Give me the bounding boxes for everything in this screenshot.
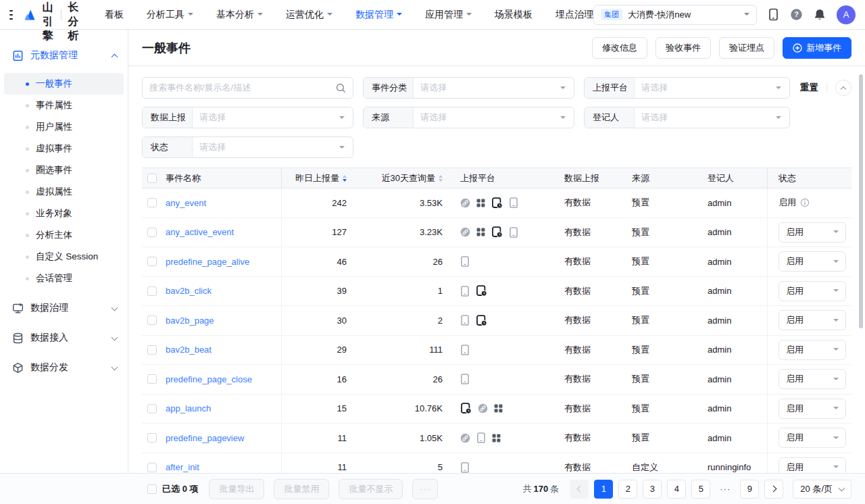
search-input[interactable]: 搜索事件名称/展示名/描述 — [142, 77, 353, 99]
col-status: 状态 — [767, 168, 851, 188]
miniapp-icon — [494, 404, 503, 413]
select-all-checkbox[interactable] — [147, 174, 157, 183]
nav-item-运营优化[interactable]: 运营优化 — [286, 9, 332, 21]
page-button-2[interactable]: 2 — [618, 480, 637, 499]
mobile-icon[interactable] — [768, 8, 779, 21]
filter-report-platform[interactable]: 上报平台 请选择 — [584, 77, 790, 99]
event-name-link[interactable]: predefine_page_alive — [166, 257, 249, 267]
sidebar-section-数据治理[interactable]: 数据治理 — [0, 295, 128, 322]
event-name-link[interactable]: predefine_pageview — [166, 433, 244, 443]
nav-item-埋点治理[interactable]: 埋点治理 — [555, 9, 593, 21]
more-actions-button[interactable]: ··· — [412, 479, 438, 499]
sidebar-item-会话管理[interactable]: 会话管理 — [4, 268, 124, 289]
reset-filters-button[interactable]: 重置 — [800, 82, 818, 94]
batch-button-批量禁用[interactable]: 批量禁用 — [274, 479, 329, 499]
status-select[interactable]: 启用 — [778, 281, 846, 301]
event-name-link[interactable]: bav2b_click — [166, 286, 212, 296]
status-select[interactable]: 启用 — [778, 340, 846, 360]
page-size-select[interactable]: 20 条/页 — [793, 480, 851, 499]
project-selector[interactable]: 集团 大消费-快消new — [593, 5, 757, 25]
event-name-link[interactable]: bav2b_page — [166, 316, 214, 326]
col-yesterday-volume[interactable]: 昨日上报量 — [282, 168, 355, 188]
batch-button-批量导出[interactable]: 批量导出 — [209, 479, 264, 499]
page-ellipsis: ··· — [716, 480, 735, 499]
page-button-5[interactable]: 5 — [691, 480, 710, 499]
row-checkbox[interactable] — [147, 374, 157, 384]
sidebar-item-自定义 Session[interactable]: 自定义 Session — [4, 246, 124, 268]
status-select[interactable]: 启用 — [778, 251, 846, 272]
status-select[interactable]: 启用 — [778, 457, 846, 473]
search-icon — [336, 83, 346, 93]
col-30day-query[interactable]: 近30天查询量 — [355, 168, 451, 188]
help-icon[interactable]: ? — [790, 8, 803, 21]
user-avatar[interactable]: A — [837, 5, 856, 24]
nav-item-数据管理[interactable]: 数据管理 — [355, 9, 402, 21]
event-name-link[interactable]: app_launch — [166, 403, 211, 413]
nav-item-应用管理[interactable]: 应用管理 — [425, 9, 472, 21]
filter-registrant[interactable]: 登记人 请选择 — [584, 107, 790, 128]
page-button-3[interactable]: 3 — [643, 480, 662, 499]
row-checkbox[interactable] — [147, 198, 157, 207]
status-select[interactable]: 启用 — [778, 428, 846, 448]
status-cell: 启用 — [767, 247, 851, 276]
next-page-button[interactable] — [764, 480, 783, 499]
event-name-link[interactable]: any_active_event — [166, 227, 234, 237]
page-button-9[interactable]: 9 — [740, 480, 759, 499]
batch-actions: 批量导出批量禁用批量不显示··· — [209, 479, 438, 499]
vertical-scrollbar[interactable] — [859, 74, 863, 328]
sidebar-item-虚拟属性[interactable]: 虚拟属性 — [4, 181, 124, 203]
row-checkbox[interactable] — [147, 316, 157, 325]
footer-select-checkbox[interactable] — [147, 484, 157, 494]
page-button-4[interactable]: 4 — [667, 480, 686, 499]
row-checkbox[interactable] — [147, 345, 157, 355]
row-checkbox[interactable] — [147, 228, 157, 237]
sidebar-section-数据接入[interactable]: 数据接入 — [0, 324, 128, 351]
nav-item-场景模板[interactable]: 场景模板 — [495, 9, 533, 21]
info-icon[interactable] — [800, 198, 810, 207]
status-select[interactable]: 启用 — [778, 222, 846, 243]
page-button-1[interactable]: 1 — [594, 480, 613, 499]
status-select[interactable]: 启用 — [778, 399, 846, 419]
sidebar-item-圈选事件[interactable]: 圈选事件 — [4, 159, 124, 181]
batch-button-批量不显示[interactable]: 批量不显示 — [339, 479, 403, 499]
yesterday-volume-cell: 11 — [282, 424, 355, 453]
sidebar-item-虚拟事件[interactable]: 虚拟事件 — [4, 138, 124, 159]
sidebar-item-分析主体[interactable]: 分析主体 — [4, 224, 124, 246]
collapse-filters-button[interactable] — [835, 80, 851, 96]
sidebar-section-元数据管理[interactable]: 元数据管理 — [0, 42, 128, 69]
prev-page-button[interactable] — [570, 480, 589, 499]
row-checkbox[interactable] — [147, 433, 157, 443]
chevron-down-icon — [744, 13, 749, 18]
event-name-link[interactable]: after_init — [166, 462, 199, 472]
edit-info-button[interactable]: 修改信息 — [592, 37, 647, 59]
event-name-cell: bav2b_click — [142, 277, 282, 306]
row-checkbox[interactable] — [147, 286, 157, 296]
event-name-link[interactable]: predefine_page_close — [166, 374, 252, 384]
row-checkbox[interactable] — [147, 463, 157, 472]
bullet-icon — [26, 234, 29, 237]
add-event-button[interactable]: 新增事件 — [783, 37, 851, 59]
filter-data-report[interactable]: 数据上报 请选择 — [142, 107, 353, 128]
status-select[interactable]: 启用 — [778, 369, 846, 389]
menu-toggle-icon[interactable] — [9, 10, 13, 20]
event-name-link[interactable]: any_event — [166, 198, 206, 208]
filter-source[interactable]: 来源 请选择 — [363, 107, 574, 128]
bell-icon[interactable] — [814, 8, 826, 21]
sidebar-section-数据分发[interactable]: 数据分发 — [0, 354, 128, 381]
row-checkbox[interactable] — [147, 257, 157, 266]
sidebar-item-用户属性[interactable]: 用户属性 — [4, 116, 124, 138]
table-row: predefine_pageview111.05K有数据预置admin启用 — [142, 424, 851, 453]
sidebar-item-业务对象[interactable]: 业务对象 — [4, 203, 124, 224]
status-select[interactable]: 启用 — [778, 310, 846, 330]
nav-item-分析工具[interactable]: 分析工具 — [147, 9, 193, 21]
filter-status[interactable]: 状态 请选择 — [142, 136, 353, 158]
sidebar-item-一般事件[interactable]: 一般事件 — [4, 73, 124, 95]
accept-event-button[interactable]: 验收事件 — [656, 37, 711, 59]
nav-item-基本分析[interactable]: 基本分析 — [216, 9, 263, 21]
sidebar-item-事件属性[interactable]: 事件属性 — [4, 95, 124, 116]
event-name-link[interactable]: bav2b_beat — [166, 345, 212, 355]
verify-tracking-button[interactable]: 验证埋点 — [719, 37, 774, 59]
nav-item-看板[interactable]: 看板 — [105, 9, 124, 21]
row-checkbox[interactable] — [147, 404, 157, 413]
filter-event-category[interactable]: 事件分类 请选择 — [363, 77, 574, 99]
